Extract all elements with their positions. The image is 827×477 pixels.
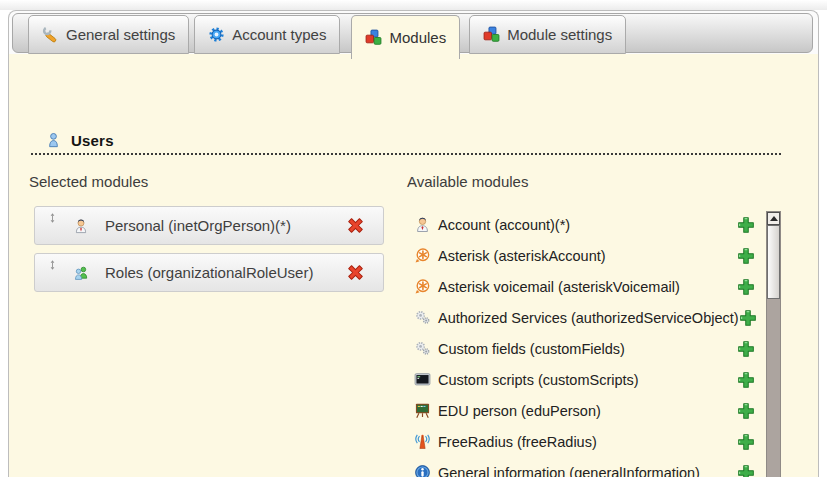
module-label: Asterisk voicemail (asteriskVoicemail) — [438, 279, 680, 295]
config-panel: General settings Account types Modules M… — [8, 10, 819, 477]
gears-icon — [414, 340, 431, 357]
add-plus-icon — [737, 402, 755, 420]
available-module-row: Authorized Services (authorizedServiceOb… — [414, 302, 755, 333]
add-module-button[interactable] — [737, 278, 755, 296]
module-label: Authorized Services (authorizedServiceOb… — [438, 310, 739, 326]
module-label: Custom fields (customFields) — [438, 341, 625, 357]
add-plus-icon — [737, 278, 755, 296]
section-title: Users — [71, 132, 114, 149]
tab-bar: General settings Account types Modules M… — [28, 15, 626, 59]
available-modules-scrollbar[interactable] — [766, 211, 781, 477]
add-plus-icon — [737, 464, 755, 477]
wrench-icon — [42, 26, 59, 43]
user-icon — [45, 132, 62, 149]
module-label: Roles (organizationalRoleUser) — [105, 264, 313, 281]
add-plus-icon — [739, 309, 757, 327]
users-section-heading: Users — [45, 132, 114, 149]
antenna-icon — [414, 433, 431, 450]
available-modules-list: Account (account)(*) Asterisk (asteriskA… — [414, 209, 755, 477]
tab-account-types[interactable]: Account types — [194, 15, 340, 54]
drag-handle-icon[interactable] — [47, 212, 58, 224]
tab-general-settings[interactable]: General settings — [28, 15, 189, 54]
add-plus-icon — [737, 247, 755, 265]
tab-label: Modules — [389, 29, 446, 46]
available-module-row: Custom scripts (customScripts) — [414, 364, 755, 395]
available-module-row: FreeRadius (freeRadius) — [414, 426, 755, 457]
selected-module-row[interactable]: Personal (inetOrgPerson)(*) — [34, 206, 384, 245]
add-module-button[interactable] — [737, 340, 755, 358]
drag-handle-icon[interactable] — [47, 259, 58, 271]
add-module-button[interactable] — [739, 309, 757, 327]
add-plus-icon — [737, 216, 755, 234]
add-module-button[interactable] — [737, 464, 755, 477]
scroll-up-icon — [770, 216, 778, 221]
gear-icon — [208, 26, 225, 43]
module-label: Custom scripts (customScripts) — [438, 372, 639, 388]
add-module-button[interactable] — [737, 247, 755, 265]
tab-label: Account types — [232, 26, 326, 43]
section-divider — [31, 153, 783, 155]
module-label: Personal (inetOrgPerson)(*) — [105, 217, 291, 234]
terminal-icon — [414, 371, 431, 388]
person-icon — [414, 216, 431, 233]
modules-icon — [365, 29, 382, 46]
module-label: FreeRadius (freeRadius) — [438, 434, 597, 450]
person-icon — [73, 218, 89, 234]
add-module-button[interactable] — [737, 371, 755, 389]
module-label: Account (account)(*) — [438, 217, 570, 233]
info-icon — [414, 464, 431, 477]
add-plus-icon — [737, 340, 755, 358]
available-module-row: General information (generalInformation) — [414, 457, 755, 477]
available-module-row: Account (account)(*) — [414, 209, 755, 240]
available-modules-heading: Available modules — [407, 173, 528, 190]
available-module-row: EDU person (eduPerson) — [414, 395, 755, 426]
module-label: General information (generalInformation) — [438, 465, 700, 477]
available-module-row: Asterisk (asteriskAccount) — [414, 240, 755, 271]
blackboard-icon — [414, 402, 431, 419]
scroll-up-button[interactable] — [767, 212, 780, 225]
add-module-button[interactable] — [737, 402, 755, 420]
tab-module-settings[interactable]: Module settings — [469, 15, 626, 54]
delete-x-icon — [346, 216, 365, 235]
tab-modules[interactable]: Modules — [351, 15, 460, 59]
scrollbar-thumb[interactable] — [767, 225, 780, 299]
gears-icon — [414, 309, 431, 326]
add-module-button[interactable] — [737, 433, 755, 451]
selected-modules-heading: Selected modules — [29, 173, 148, 190]
remove-module-button[interactable] — [346, 263, 365, 282]
module-label: EDU person (eduPerson) — [438, 403, 601, 419]
tab-label: Module settings — [507, 26, 612, 43]
modules-tab-panel: Users Selected modules Available modules… — [9, 54, 818, 477]
asterisk-icon — [414, 247, 431, 264]
add-module-button[interactable] — [737, 216, 755, 234]
selected-modules-list: Personal (inetOrgPerson)(*) Roles (organ… — [34, 206, 384, 300]
asterisk-icon — [414, 278, 431, 295]
module-label: Asterisk (asteriskAccount) — [438, 248, 606, 264]
add-plus-icon — [737, 433, 755, 451]
group-icon — [73, 265, 89, 281]
modules-icon — [483, 26, 500, 43]
available-module-row: Custom fields (customFields) — [414, 333, 755, 364]
tab-label: General settings — [66, 26, 175, 43]
remove-module-button[interactable] — [346, 216, 365, 235]
delete-x-icon — [346, 263, 365, 282]
selected-module-row[interactable]: Roles (organizationalRoleUser) — [34, 253, 384, 292]
page-top-strip — [0, 0, 827, 10]
add-plus-icon — [737, 371, 755, 389]
available-module-row: Asterisk voicemail (asteriskVoicemail) — [414, 271, 755, 302]
